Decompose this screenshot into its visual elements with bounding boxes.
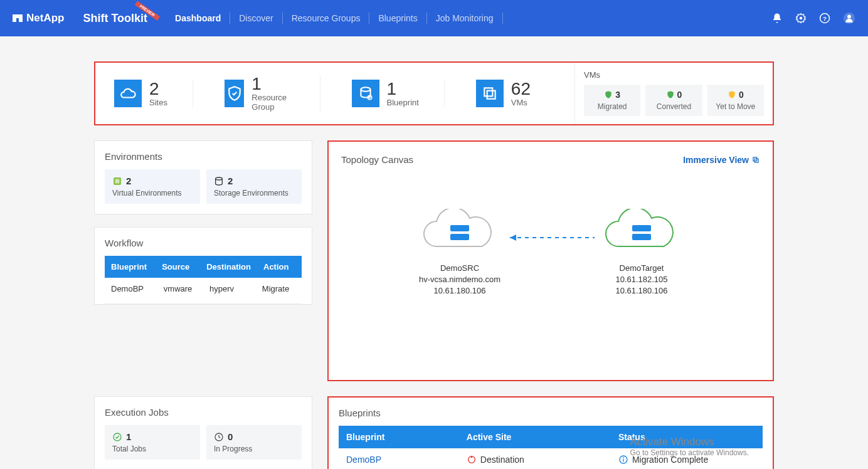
bp-hdr-site: Active Site: [459, 426, 611, 448]
exec-inprog-card[interactable]: 0 In Progress: [206, 425, 302, 460]
source-node-name: DemoSRC: [410, 263, 510, 274]
topology-source-node[interactable]: DemoSRC hv-vcsa.nimdemo.com 10.61.180.10…: [410, 209, 510, 297]
env-virtual-value: 2: [126, 176, 131, 186]
app-header: NetApp Shift Toolkit PREVIEW Dashboard D…: [0, 0, 868, 36]
kpi-bp-label: Blueprint: [387, 98, 419, 107]
nav-resource-groups[interactable]: Resource Groups: [283, 13, 370, 24]
bp-row-status: Migration Complete: [632, 455, 708, 465]
bp-hdr-blueprint: Blueprint: [339, 426, 459, 448]
kpi-counters: 2Sites 1Resource Group 1Blueprint 62VMs: [95, 63, 574, 124]
bell-icon[interactable]: [771, 13, 783, 24]
svg-rect-18: [450, 234, 469, 240]
kpi-bp-value: 1: [387, 80, 419, 98]
env-storage-card[interactable]: 2 Storage Environments: [206, 169, 302, 204]
kpi-rg-label: Resource Group: [251, 93, 294, 112]
main-nav: Dashboard Discover Resource Groups Bluep…: [166, 13, 771, 24]
warning-shield-icon: [728, 90, 736, 99]
topology-canvas: DemoSRC hv-vcsa.nimdemo.com 10.61.180.10…: [341, 209, 760, 297]
svg-rect-28: [623, 459, 623, 462]
wf-hdr-blueprint: Blueprint: [105, 256, 156, 278]
execution-jobs-panel: Execution Jobs 1 Total Jobs 0 In Progres…: [94, 396, 312, 469]
topology-title: Topology Canvas: [341, 154, 413, 165]
vm-migrated-label: Migrated: [586, 102, 638, 111]
topology-canvas-panel: Topology Canvas Immersive View DemoSRC h…: [327, 140, 774, 381]
target-node-ip2: 10.61.180.106: [591, 285, 692, 297]
svg-rect-0: [13, 14, 16, 22]
svg-point-7: [847, 15, 851, 19]
kpi-blueprint[interactable]: 1Blueprint: [352, 80, 445, 107]
info-circle-icon: [618, 455, 628, 465]
nav-discover[interactable]: Discover: [230, 13, 282, 24]
blueprints-row[interactable]: DemoBP Destination Migration Complete: [339, 448, 763, 469]
vm-yet-label: Yet to Move: [710, 102, 761, 111]
nav-dashboard[interactable]: Dashboard: [166, 13, 230, 24]
check-circle-icon: [112, 432, 122, 442]
storage-icon: [214, 176, 224, 186]
source-node-ip: 10.61.180.106: [410, 285, 510, 297]
kpi-summary: 2Sites 1Resource Group 1Blueprint 62VMs …: [94, 61, 774, 125]
cloud-target-icon: [601, 209, 682, 258]
wf-row-source: vmware: [157, 278, 203, 300]
popout-icon: [751, 155, 760, 164]
vm-stat-migrated[interactable]: 3 Migrated: [584, 85, 640, 116]
wf-hdr-destination: Destination: [200, 256, 257, 278]
workflow-row[interactable]: DemoBP vmware hyperv Migrate: [105, 278, 302, 304]
database-icon: [352, 80, 379, 107]
svg-rect-22: [632, 234, 651, 240]
user-icon[interactable]: [843, 12, 855, 24]
kpi-sites[interactable]: 2Sites: [114, 80, 193, 107]
vmware-icon: [112, 176, 122, 186]
kpi-resource-group[interactable]: 1Resource Group: [225, 75, 320, 112]
svg-rect-13: [115, 179, 120, 183]
workflow-table-header: Blueprint Source Destination Action: [105, 256, 302, 278]
blueprints-table-header: Blueprint Active Site Status: [339, 426, 763, 448]
target-node-ip1: 10.61.182.105: [591, 274, 692, 285]
exec-inprog-label: In Progress: [214, 445, 294, 453]
svg-point-23: [114, 433, 121, 441]
netapp-logo-icon: [13, 13, 23, 23]
bp-row-name[interactable]: DemoBP: [339, 448, 459, 469]
page-content: 2Sites 1Resource Group 1Blueprint 62VMs …: [0, 36, 868, 469]
bp-row-site: Destination: [480, 455, 524, 465]
blueprints-title: Blueprints: [329, 408, 773, 418]
nav-job-monitoring[interactable]: Job Monitoring: [427, 13, 503, 24]
svg-text:?: ?: [823, 15, 827, 22]
immersive-view-text: Immersive View: [683, 155, 749, 165]
svg-rect-1: [19, 14, 23, 22]
svg-point-3: [800, 17, 803, 20]
wf-row-action: Migrate: [256, 278, 302, 300]
vm-migrated-value: 3: [615, 90, 620, 100]
check-shield-icon: [604, 90, 613, 99]
env-storage-label: Storage Environments: [214, 189, 294, 198]
exec-title: Execution Jobs: [105, 407, 302, 418]
vm-stat-converted[interactable]: 0 Converted: [645, 85, 702, 116]
exec-total-card[interactable]: 1 Total Jobs: [105, 425, 200, 460]
brand-logo: NetApp: [13, 12, 64, 24]
env-virtual-card[interactable]: 2 Virtual Environments: [105, 169, 200, 204]
wf-hdr-source: Source: [156, 256, 200, 278]
kpi-vms[interactable]: 62VMs: [476, 80, 556, 107]
vm-icon: [476, 80, 504, 107]
nav-blueprints[interactable]: Blueprints: [369, 13, 426, 24]
blueprints-panel: Blueprints Blueprint Active Site Status …: [327, 396, 774, 469]
svg-point-14: [216, 177, 223, 180]
immersive-view-link[interactable]: Immersive View: [683, 155, 760, 165]
workflow-panel: Workflow Blueprint Source Destination Ac…: [94, 227, 312, 305]
gear-icon[interactable]: [795, 13, 807, 24]
env-title: Environments: [105, 151, 302, 162]
source-node-host: hv-vcsa.nimdemo.com: [410, 274, 510, 285]
svg-rect-2: [16, 14, 19, 18]
cloud-source-icon: [419, 209, 500, 258]
kpi-vms-label: VMs: [511, 98, 531, 107]
svg-point-8: [361, 87, 370, 92]
exec-total-value: 1: [126, 431, 131, 442]
kpi-sites-label: Sites: [149, 98, 167, 107]
wf-row-destination: hyperv: [203, 278, 256, 300]
vm-converted-value: 0: [677, 90, 682, 100]
brand-text: NetApp: [26, 12, 64, 24]
workflow-title: Workflow: [95, 238, 312, 248]
help-icon[interactable]: ?: [819, 13, 830, 24]
topology-target-node[interactable]: DemoTarget 10.61.182.105 10.61.180.106: [591, 209, 692, 297]
vm-stat-yettomove[interactable]: 0 Yet to Move: [707, 85, 764, 116]
svg-rect-17: [450, 225, 469, 231]
